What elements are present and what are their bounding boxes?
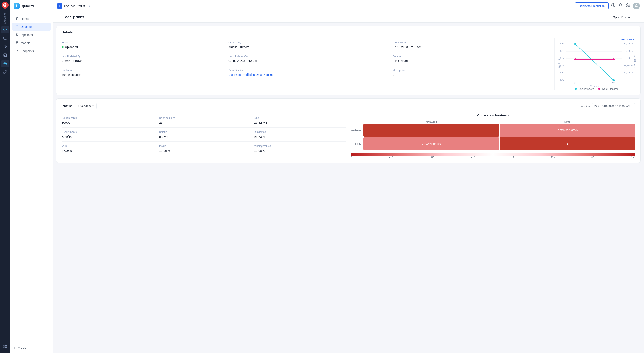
sidebar-item-home[interactable]: Home [12,15,51,22]
sidebar-icon-link[interactable] [1,68,9,76]
project-icon: C [57,4,62,8]
chart-svg: 8.84 8.83 8.82 8.81 8.80 8.79 Quality Sc… [558,38,635,85]
sidebar-item-pipelines-label: Pipelines [21,33,33,36]
sidebar-icon-bolt[interactable] [1,43,9,50]
reset-zoom-button[interactable]: Reset Zoom [622,38,635,41]
valid-value: 87.94% [62,149,154,152]
sidebar-icon-circle[interactable] [1,60,9,68]
heatmap-title: Correlation Heatmap [350,114,635,117]
last-updated-on-value: 07-10-2023 07:13 AM [228,59,388,62]
settings-icon[interactable] [626,3,630,8]
profile-section: Profile Overview ▾ Version V2 / 07-10-20… [56,98,640,163]
heatmap-col-label-1: name [500,120,636,123]
created-on-value: 07-10-2023 07:10 AM [393,45,552,49]
details-row-2: Last Updated By Amelia Burrows Last Upda… [62,52,554,66]
page-title: car_prices [65,15,84,19]
svg-text:80,000.04: 80,000.04 [624,42,634,45]
main-area: C CarPricePredict... ▾ Deploy to Product… [53,0,644,353]
quality-score-dot [575,88,577,90]
svg-rect-16 [16,43,16,44]
stat-unique: Unique 5.27% [156,128,252,141]
data-pipeline-item: Data Pipeline Car Price Prediction Data … [226,69,390,76]
project-selector[interactable]: C CarPricePredict... ▾ [57,4,90,8]
svg-text:80,000: 80,000 [624,57,630,60]
status-value: Uploaded [62,45,223,49]
sidebar-item-models[interactable]: Models [12,39,51,47]
sidebar-icon-grid[interactable] [1,343,9,350]
help-icon[interactable] [611,3,616,8]
sidebar-icon-code[interactable] [1,26,9,34]
sidebar-item-home-label: Home [21,17,28,20]
page-header-right: Open Pipeline ··· [613,15,638,19]
quality-score-label: Quality Score [62,130,154,134]
topbar: C CarPricePredict... ▾ Deploy to Product… [53,0,644,12]
stats-row-3: Valid 87.94% Invalid 12.06% Missing Valu… [62,142,346,156]
sidebar: QuickML Home Datasets Pipelines Models [10,0,53,353]
heatmap-legend-bar [350,153,635,156]
heatmap-cell-0-1: -0.570940643866349 [500,124,635,137]
svg-text:Quality Score: Quality Score [558,55,560,68]
stats-and-heatmap: No of records 80000 No of columns 21 Siz… [62,114,635,158]
heatmap-row-label-1: name [350,142,363,145]
heatmap-cell-0-0: 1 [363,124,499,137]
svg-marker-2 [4,45,6,48]
home-icon [15,17,18,21]
create-label: Create [18,346,26,350]
heatmap-legend-075: 0.75 [631,156,635,158]
sidebar-icon-analytics[interactable] [1,51,9,59]
svg-rect-9 [4,347,5,348]
endpoints-icon [15,49,18,53]
ml-pipelines-label: ML Pipelines [393,69,552,72]
version-dropdown[interactable]: V2 / 07-10-2023 07:13:32 AM ▾ [592,103,635,109]
data-pipeline-value[interactable]: Car Price Prediction Data Pipeline [228,73,388,76]
svg-text:8.82: 8.82 [560,57,564,60]
open-pipeline-button[interactable]: Open Pipeline [613,16,632,19]
chart-legend: Quality Score No of Records [558,88,635,90]
more-options-button[interactable]: ··· [635,15,638,19]
svg-rect-15 [17,42,18,42]
sidebar-item-endpoints[interactable]: Endpoints [12,47,51,55]
details-row-1: Status Uploaded Created By [62,38,554,52]
quality-score-value: 8.79/10 [62,135,154,138]
user-avatar[interactable] [633,2,640,9]
stats-grid: No of records 80000 No of columns 21 Siz… [62,114,346,158]
stat-duplicates: Duplicates 94.73% [251,128,346,141]
version-value: V2 / 07-10-2023 07:13:32 AM [594,104,630,108]
size-label: Size [254,116,344,120]
duplicates-value: 94.73% [254,135,344,138]
svg-text:No of Records: No of Records [634,55,636,68]
status-item: Status Uploaded [62,41,226,49]
stat-no-records: No of records 80000 [62,114,156,127]
profile-label: Profile [62,104,72,108]
created-on-item: Created On 07-10-2023 07:10 AM [390,41,554,49]
quickml-logo [14,3,20,9]
heatmap-legend-minus075: -0.75 [389,156,394,158]
stat-no-columns: No of columns 21 [156,114,252,127]
data-pipeline-label: Data Pipeline [228,69,388,72]
svg-text:V2: V2 [612,82,615,84]
svg-rect-6 [4,345,5,346]
details-fields: Status Uploaded Created By [62,38,554,90]
file-name-label: File Name [62,69,223,72]
stat-missing-values: Missing Values 12.06% [251,142,346,156]
create-button[interactable]: + Create [14,346,49,350]
created-by-value: Amelia Burrows [228,45,388,49]
svg-rect-7 [6,345,6,346]
heatmap-cells-1: -0.570940643866349 1 [363,137,635,150]
svg-rect-14 [16,42,16,42]
sidebar-icon-cloud[interactable] [1,34,9,42]
heatmap-legend-minus05: -0.5 [431,156,434,158]
svg-text:8.83: 8.83 [560,50,564,52]
sidebar-item-datasets[interactable]: Datasets [12,23,51,31]
svg-rect-8 [6,347,6,348]
last-updated-on-item: Last Updated On 07-10-2023 07:13 AM [226,55,390,62]
overview-dropdown[interactable]: Overview ▾ [76,103,97,109]
back-button[interactable]: ← [59,15,62,19]
svg-text:80,000.02: 80,000.02 [624,50,634,52]
stat-valid: Valid 87.94% [62,142,156,156]
sidebar-item-models-label: Models [21,41,30,45]
deploy-button[interactable]: Deploy to Production [575,2,609,9]
stats-row-2: Quality Score 8.79/10 Unique 5.27% Dupli… [62,128,346,142]
bell-icon[interactable] [618,3,623,8]
sidebar-item-pipelines[interactable]: Pipelines [12,31,51,39]
